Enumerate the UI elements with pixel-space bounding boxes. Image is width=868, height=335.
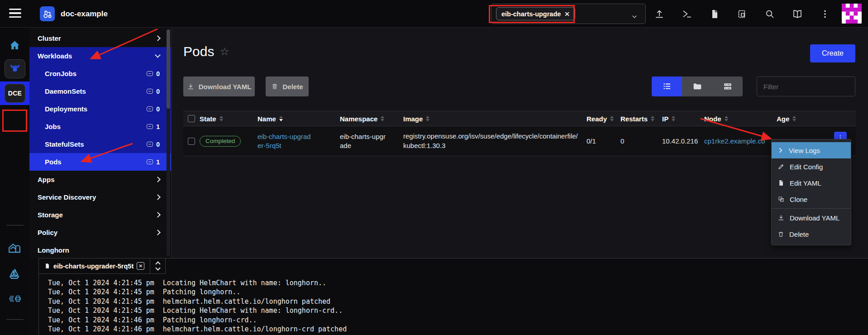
count-badge: 1: [156, 158, 160, 166]
favorite-star-icon[interactable]: ☆: [219, 45, 229, 58]
menu-item-delete[interactable]: Delete: [772, 226, 851, 242]
rail-cluster-button[interactable]: [5, 59, 25, 78]
column-header-name[interactable]: Name: [258, 115, 340, 123]
pod-name-link[interactable]: eib-charts-upgrader-5rq5t: [258, 133, 311, 149]
view-toggle-group: [652, 77, 743, 96]
file-icon: [777, 179, 785, 187]
menu-item-edit-yaml[interactable]: Edit YAML: [772, 175, 851, 191]
sort-icon: [426, 116, 429, 122]
column-header-node[interactable]: Node: [704, 115, 777, 123]
log-panel: eib-charts-upgrader-5rq5t ✕ Tue, Oct 1 2…: [38, 258, 868, 335]
row-checkbox[interactable]: [188, 138, 195, 145]
folder-icon: [692, 81, 702, 91]
column-header-restarts[interactable]: Restarts: [620, 115, 662, 123]
scrollbar-thumb[interactable]: [167, 29, 170, 109]
node-link[interactable]: cp1rke2.example.co: [704, 137, 765, 145]
more-options-button[interactable]: [819, 8, 831, 20]
download-kubeconfig-button[interactable]: [709, 8, 720, 20]
count-badge: 1: [156, 123, 160, 130]
filter-input[interactable]: [757, 77, 855, 96]
namespace-chip[interactable]: eib-charts-upgrade ✕: [496, 7, 575, 20]
app-logo[interactable]: [40, 6, 55, 21]
download-icon: [777, 214, 785, 221]
rail-honeycomb-button[interactable]: [8, 295, 22, 305]
menu-divider: [772, 208, 851, 209]
sidebar-item-cronjobs[interactable]: CronJobs 0: [29, 65, 172, 82]
folder-view-button[interactable]: [682, 77, 712, 96]
sidebar-scrollbar[interactable]: [167, 29, 170, 256]
kubectl-shell-button[interactable]: [681, 8, 693, 20]
menu-item-view-logs[interactable]: View Logs: [772, 142, 851, 158]
terminal-icon: [682, 9, 692, 19]
hamburger-menu-button[interactable]: [9, 9, 21, 19]
rail-barn-button[interactable]: [8, 241, 21, 255]
chevron-right-icon: [777, 147, 784, 153]
upload-icon: [654, 9, 665, 19]
chip-remove-icon[interactable]: ✕: [564, 10, 570, 18]
grouped-view-button[interactable]: [712, 77, 743, 96]
trash-icon: [777, 231, 784, 238]
sidebar-item-daemonsets[interactable]: DaemonSets 0: [29, 82, 172, 100]
docs-button[interactable]: [792, 8, 803, 20]
search-button[interactable]: [764, 8, 776, 20]
column-header-ip[interactable]: IP: [662, 115, 704, 123]
copy-kubeconfig-button[interactable]: [736, 8, 748, 20]
sidebar-item-pods[interactable]: Pods 1: [29, 153, 172, 171]
count-badge: 0: [156, 70, 160, 77]
create-button[interactable]: Create: [810, 44, 855, 62]
table-row[interactable]: Completed eib-charts-upgrader-5rq5t eib-…: [183, 126, 856, 156]
column-header-image[interactable]: Image: [403, 115, 587, 123]
rail-home-button[interactable]: [9, 39, 21, 53]
column-header-namespace[interactable]: Namespace: [340, 115, 403, 123]
menu-item-download-yaml[interactable]: Download YAML: [772, 210, 851, 226]
logo-icon: [43, 9, 52, 19]
app-screen: doc-example eib-charts-upgrade ✕: [0, 0, 868, 335]
select-all-checkbox[interactable]: [188, 115, 195, 122]
sidebar-item-service-discovery[interactable]: Service Discovery: [29, 188, 172, 206]
log-output: Tue, Oct 1 2024 4:21:45 pmLocating HelmC…: [48, 278, 347, 334]
barn-icon: [8, 241, 21, 253]
sidebar-item-jobs[interactable]: Jobs 1: [29, 118, 172, 135]
kebab-icon: [820, 9, 830, 19]
ready-cell: 0/1: [587, 137, 620, 145]
sidebar-item-policy[interactable]: Policy: [29, 224, 172, 241]
sidebar-item-workloads[interactable]: Workloads: [29, 47, 172, 65]
column-header-age[interactable]: Age: [777, 115, 856, 123]
log-tab[interactable]: eib-charts-upgrader-5rq5t ✕: [39, 258, 150, 274]
chevron-down-icon: [631, 13, 638, 20]
sidebar-group-workloads: Workloads CronJobs 0 DaemonSets 0 Deploy…: [29, 47, 172, 153]
rail-cluster-dce-button[interactable]: DCE: [5, 84, 25, 103]
sidebar-item-deployments[interactable]: Deployments 0: [29, 100, 172, 118]
column-header-ready[interactable]: Ready: [587, 115, 620, 123]
chevron-right-icon: [155, 212, 161, 218]
log-panel-expand-button[interactable]: [150, 258, 166, 274]
delete-button[interactable]: Delete: [266, 77, 309, 96]
sort-icon: [651, 116, 654, 122]
sidebar-item-storage[interactable]: Storage: [29, 206, 172, 224]
download-icon: [187, 83, 195, 91]
sidebar-item-cluster[interactable]: Cluster: [29, 29, 172, 47]
log-line: Tue, Oct 1 2024 4:21:46 pmPatching longh…: [48, 316, 347, 325]
count-capsule-icon: [147, 159, 153, 164]
sort-icon: [219, 116, 223, 122]
import-yaml-button[interactable]: [653, 8, 665, 20]
sidebar-item-apps[interactable]: Apps: [29, 171, 172, 188]
page-title-row: Pods ☆: [183, 44, 229, 59]
page-title: Pods: [183, 44, 214, 59]
column-header-state[interactable]: State: [200, 115, 258, 123]
menu-item-clone[interactable]: Clone: [772, 191, 851, 207]
menu-item-edit-config[interactable]: Edit Config: [772, 158, 851, 175]
list-view-button[interactable]: [652, 77, 682, 96]
count-badge: 0: [156, 105, 160, 113]
rail-sailboat-button[interactable]: [8, 267, 21, 281]
log-tab-close-button[interactable]: ✕: [137, 262, 144, 270]
sidebar-item-longhorn[interactable]: Longhorn: [29, 241, 172, 258]
log-line: Tue, Oct 1 2024 4:21:45 pmLocating HelmC…: [48, 278, 347, 287]
log-line: Tue, Oct 1 2024 4:21:45 pmhelmchart.helm…: [48, 297, 347, 306]
sidebar-item-statefulsets[interactable]: StatefulSets 0: [29, 135, 172, 153]
chevron-right-icon: [155, 35, 161, 41]
user-avatar-button[interactable]: [842, 4, 862, 24]
namespace-filter[interactable]: eib-charts-upgrade ✕: [491, 4, 646, 24]
trash-icon: [271, 83, 278, 90]
download-yaml-button[interactable]: Download YAML: [183, 77, 255, 96]
